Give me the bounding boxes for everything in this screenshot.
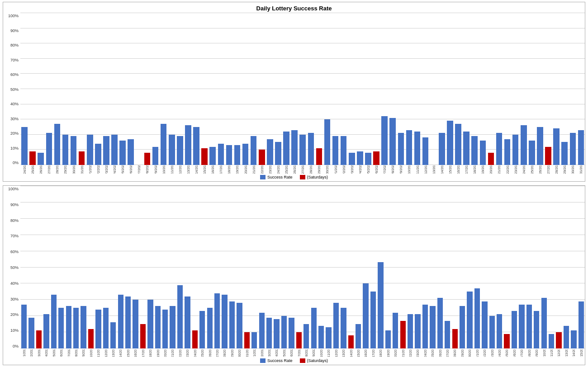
bar-group [86,13,94,165]
bar-group [526,186,533,348]
saturday-bar [140,324,146,348]
success-bar [58,308,64,348]
bar-group [541,186,548,348]
bar-group [422,186,429,348]
bar-group [124,186,132,348]
x-label: 6/3/2024 [102,165,111,174]
success-bar [570,133,576,165]
x-label: 7/12/2024 [421,165,430,174]
success-bar [537,127,543,165]
success-bar [43,314,49,348]
success-bar [21,127,28,165]
x-label: 6/9/2024 [151,165,160,174]
success-bar [460,306,465,348]
success-bar [326,327,331,348]
success-bar [125,296,131,348]
success-bar [512,311,517,348]
bar-group [102,13,110,165]
y-label: 80% [10,43,19,47]
x-axis-2: 8/1/20248/2/20248/3/20248/4/20248/5/2024… [20,348,585,358]
y-label: 50% [10,265,19,270]
success-bar [226,145,232,165]
legend-sat-label-2: (Saturdays) [307,358,328,363]
bar-group [217,13,225,165]
success-bar [242,144,249,165]
success-bar [349,153,355,165]
x-label: 6/20/2024 [241,165,250,174]
success-bar [71,136,77,165]
success-bar [251,136,257,165]
chart-area-2: 0%10%20%30%40%50%60%70%80%90%100% 8/1/20… [3,186,585,358]
plot-area-2: 8/1/20248/2/20248/3/20248/4/20248/5/2024… [20,186,585,358]
x-label: 6/23/2024 [266,165,275,174]
success-bar [110,322,116,348]
bar-group [152,13,160,165]
success-bar [378,262,383,348]
legend-blue-color-2 [260,358,266,363]
success-bar [73,308,79,348]
success-bar [389,118,396,165]
success-bar [381,116,388,165]
bar-group [496,186,503,348]
success-bar [534,311,539,348]
bar-group [310,186,317,348]
bar-group [392,186,399,348]
y-label: 10% [10,328,19,333]
success-bar [398,133,404,165]
success-bar [281,316,287,348]
saturday-bar [373,151,379,165]
bar-group [466,186,473,348]
success-bar [422,137,429,165]
y-label: 90% [10,28,19,33]
saturday-bar [348,335,354,348]
saturday-bar [488,153,494,165]
success-bar [185,125,191,165]
saturday-bar [259,150,265,165]
success-bar [341,136,347,165]
legend-saturdays-2: (Saturdays) [300,358,328,363]
legend-red-color-1 [300,175,305,179]
bar-group [332,186,340,348]
success-bar [103,136,109,165]
bar-group [273,186,280,348]
bar-group [569,13,577,165]
x-label: 7/31/2024 [576,165,585,174]
bar-group [199,186,206,348]
bar-group [110,13,119,165]
x-label: 6/24/2024 [274,165,283,174]
plot-area-1: 5/24/20245/25/20245/26/20245/27/20245/28… [20,13,585,174]
bar-group [307,13,315,165]
y-label: 80% [10,218,19,223]
bar-group [577,13,585,165]
bar-group [50,186,57,348]
bar-group [65,186,72,348]
success-bar [237,303,242,348]
bar-group [119,13,127,165]
x-label: 6/14/2024 [192,165,201,174]
success-bar [406,130,413,165]
y-label: 60% [10,249,19,254]
saturday-bar [556,332,561,348]
success-bar [133,300,138,348]
success-bar [437,298,443,348]
success-bar [571,330,576,348]
bar-group [362,186,369,348]
x-label: 7/13/2024 [429,165,438,174]
x-label: 6/11/2024 [167,165,176,174]
bar-group [429,186,436,348]
success-bar [169,135,175,165]
success-bar [318,326,324,348]
x-label: 6/12/2024 [175,165,185,174]
success-bar [214,293,220,348]
y-label: 90% [10,202,19,207]
x-label: 7/22/2024 [503,165,512,174]
bar-group [258,13,266,165]
bar-group [169,186,176,348]
x-label: 6/21/2024 [249,165,258,174]
bar-group [552,13,560,165]
bar-group [184,186,191,348]
saturday-bar [316,148,322,165]
bar-group [57,186,65,348]
bar-group [503,13,512,165]
bar-group [274,13,282,165]
